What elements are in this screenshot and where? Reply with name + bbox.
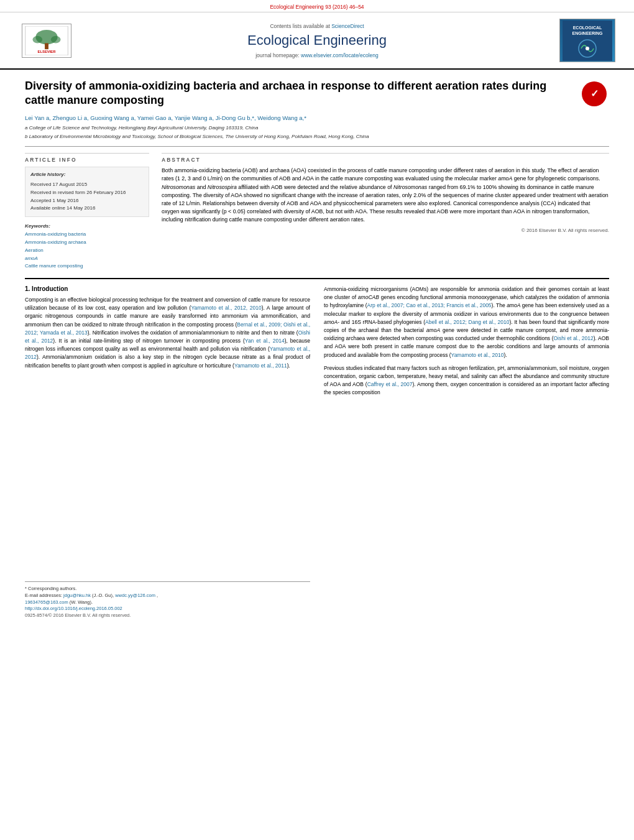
footnote-section: * Corresponding authors. E-mail addresse… bbox=[25, 581, 310, 619]
keywords-box: Keywords: Ammonia-oxidizing bacteria Amm… bbox=[25, 223, 149, 270]
article-info-box: Article history: Received 17 August 2015… bbox=[25, 167, 149, 217]
ref-abell-2012[interactable]: Abell et al., 2012; Dang et al., 2010 bbox=[425, 319, 509, 325]
footnote-emails: E-mail addresses: jdgu@hku.hk (J.-D. Gu)… bbox=[25, 592, 310, 606]
keyword-5: Cattle manure composting bbox=[25, 262, 149, 270]
ref-arp-2007[interactable]: Arp et al., 2007; Cao et al., 2013; Fran… bbox=[367, 302, 492, 308]
email-wwdc[interactable]: wwdc.yy@126.com bbox=[115, 593, 155, 598]
sciencedirect-line: Contents lists available at ScienceDirec… bbox=[75, 23, 559, 29]
svg-point-10 bbox=[586, 47, 589, 50]
svg-rect-2 bbox=[45, 43, 48, 49]
svg-text:✓: ✓ bbox=[590, 88, 599, 99]
ref-bernal-2009[interactable]: Bernal et al., 2009; Oishi et al., 2012;… bbox=[25, 321, 310, 336]
ref-yan-2014[interactable]: Yan et al., 2014 bbox=[245, 338, 285, 344]
elsevier-image: ELSEVIER bbox=[22, 24, 71, 58]
section1-title: 1. Introduction bbox=[25, 285, 310, 292]
affiliation-a: a College of Life Science and Technology… bbox=[25, 124, 609, 131]
email-jdgu[interactable]: jdgu@hku.hk bbox=[63, 593, 91, 598]
homepage-link[interactable]: www.elsevier.com/locate/ecoleng bbox=[301, 52, 379, 58]
info-abstract-section: Article Info Article history: Received 1… bbox=[25, 153, 609, 270]
section1-para1: Composting is an effective biological pr… bbox=[25, 296, 310, 370]
ref-yamamoto-2011[interactable]: Yamamoto et al., 2011 bbox=[234, 362, 287, 369]
copyright-line: © 2016 Elsevier B.V. All rights reserved… bbox=[162, 228, 609, 233]
section1-para2: Ammonia-oxidizing microorganisms (AOMs) … bbox=[324, 285, 609, 359]
abstract-header: Abstract bbox=[162, 153, 609, 163]
section1-para3: Previous studies indicated that many fac… bbox=[324, 364, 609, 397]
article-info-col: Article Info Article history: Received 1… bbox=[25, 153, 149, 270]
received-date: Received 17 August 2015 bbox=[30, 181, 144, 189]
history-label: Article history: bbox=[30, 171, 144, 179]
ref-yamamoto-2012b[interactable]: Yamamoto et al., 2012 bbox=[25, 346, 310, 360]
keyword-4: amoA bbox=[25, 255, 149, 263]
main-left-col: 1. Introduction Composting is an effecti… bbox=[25, 285, 310, 618]
journal-logo-image: ECOLOGICAL ENGINEERING bbox=[559, 19, 615, 62]
abstract-text: Both ammonia-oxidizing bacteria (AOB) an… bbox=[162, 167, 609, 224]
svg-text:ENGINEERING: ENGINEERING bbox=[572, 31, 603, 35]
issn-line: 0925-8574/© 2016 Elsevier B.V. All right… bbox=[25, 612, 310, 618]
doi-line[interactable]: http://dx.doi.org/10.1016/j.ecoleng.2016… bbox=[25, 606, 310, 611]
ref-yamamoto-2012[interactable]: Yamamoto et al., 2012, 2010 bbox=[191, 305, 261, 311]
journal-header: ELSEVIER Contents lists available at Sci… bbox=[0, 12, 634, 70]
ref-yamamoto-2010[interactable]: Yamamoto et al., 2010 bbox=[451, 352, 504, 358]
article-info-header: Article Info bbox=[25, 153, 149, 163]
svg-point-4 bbox=[51, 35, 61, 43]
revised-date: Received in revised form 26 February 201… bbox=[30, 189, 144, 197]
journal-center: Contents lists available at ScienceDirec… bbox=[75, 23, 559, 58]
affiliation-b: b Laboratory of Environmental Microbiolo… bbox=[25, 133, 609, 140]
ref-oishi-2012b[interactable]: Oishi et al., 2012 bbox=[553, 335, 593, 341]
crossmark-badge[interactable]: ✓ bbox=[579, 79, 609, 109]
svg-text:ELSEVIER: ELSEVIER bbox=[38, 50, 57, 53]
sciencedirect-link[interactable]: ScienceDirect bbox=[331, 23, 364, 29]
journal-title: Ecological Engineering bbox=[75, 32, 559, 48]
accepted-date: Accepted 1 May 2016 bbox=[30, 197, 144, 205]
svg-text:ECOLOGICAL: ECOLOGICAL bbox=[573, 25, 602, 30]
divider-1 bbox=[25, 146, 609, 147]
authors-line: Lei Yan a, Zhenguo Li a, Guoxing Wang a,… bbox=[25, 114, 609, 121]
divider-thick bbox=[25, 278, 609, 279]
article-body: Diversity of ammonia-oxidizing bacteria … bbox=[0, 70, 634, 624]
main-right-col: Ammonia-oxidizing microorganisms (AOMs) … bbox=[324, 285, 609, 618]
elsevier-logo: ELSEVIER bbox=[19, 24, 75, 58]
abstract-col: Abstract Both ammonia-oxidizing bacteria… bbox=[162, 153, 609, 270]
keyword-2: Ammonia-oxidizing archaea bbox=[25, 239, 149, 247]
journal-citation: Ecological Engineering 93 (2016) 46–54 bbox=[270, 4, 364, 10]
ref-caffrey-2007[interactable]: Caffrey et al., 2007 bbox=[367, 381, 413, 387]
page: Ecological Engineering 93 (2016) 46–54 E… bbox=[0, 0, 634, 840]
footnote-corresponding: * Corresponding authors. bbox=[25, 585, 310, 592]
keywords-label: Keywords: bbox=[25, 223, 149, 229]
svg-point-3 bbox=[32, 35, 42, 43]
available-date: Available online 14 May 2016 bbox=[30, 205, 144, 213]
journal-citation-bar: Ecological Engineering 93 (2016) 46–54 bbox=[0, 0, 634, 12]
homepage-line: journal homepage: www.elsevier.com/locat… bbox=[75, 52, 559, 58]
article-title: Diversity of ammonia-oxidizing bacteria … bbox=[25, 79, 609, 108]
keyword-3: Aeration bbox=[25, 247, 149, 255]
keyword-1: Ammonia-oxidizing bacteria bbox=[25, 231, 149, 239]
email-19634[interactable]: 19634765@163.com bbox=[25, 599, 68, 605]
main-content: 1. Introduction Composting is an effecti… bbox=[25, 285, 609, 618]
